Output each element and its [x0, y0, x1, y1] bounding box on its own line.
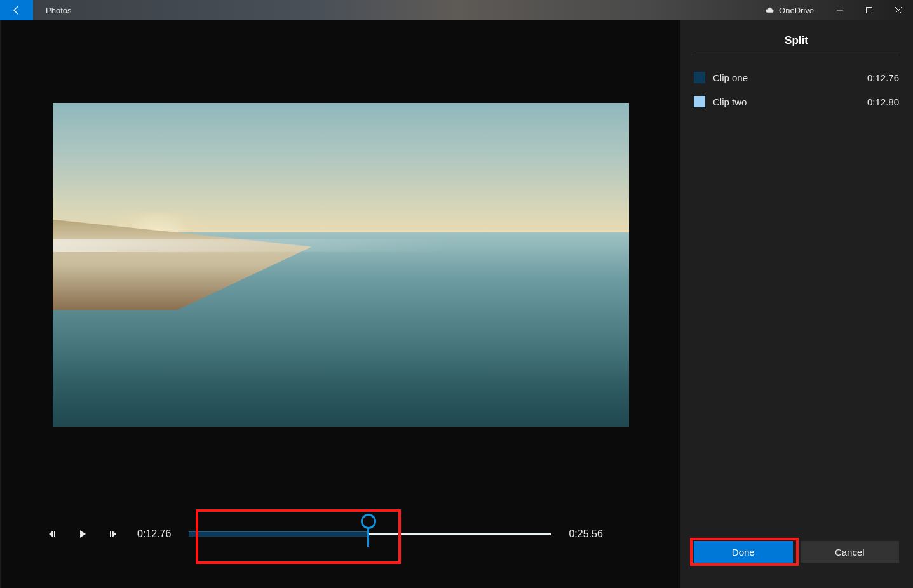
onedrive-indicator[interactable]: OneDrive [765, 6, 814, 15]
clip-one-swatch [694, 72, 705, 83]
arrow-left-icon [11, 5, 22, 15]
clip-one-segment [189, 531, 368, 537]
clip-two-segment [369, 533, 551, 535]
app-title: Photos [46, 6, 71, 15]
cancel-button[interactable]: Cancel [801, 541, 900, 563]
frame-back-icon [48, 530, 57, 538]
clip-one-name: Clip one [713, 72, 860, 83]
clip-one-duration: 0:12.76 [867, 72, 899, 83]
window-controls [825, 0, 913, 20]
preview-waterline [53, 239, 629, 251]
clip-row-two[interactable]: Clip two 0:12.80 [694, 90, 899, 114]
minimize-button[interactable] [825, 0, 855, 20]
split-panel: Split Clip one 0:12.76 Clip two 0:12.80 … [680, 20, 913, 588]
panel-title: Split [694, 20, 899, 55]
close-button[interactable] [884, 0, 913, 20]
frame-forward-button[interactable] [107, 528, 119, 540]
onedrive-label-text: OneDrive [779, 6, 814, 15]
maximize-icon [866, 7, 872, 13]
split-timeline[interactable] [189, 515, 551, 553]
back-button[interactable] [0, 0, 33, 20]
done-button[interactable]: Done [694, 541, 793, 563]
video-preview[interactable] [53, 103, 629, 427]
panel-footer: Done Cancel [694, 541, 899, 588]
frame-forward-icon [109, 530, 118, 538]
current-time-label: 0:12.76 [137, 528, 171, 540]
clip-two-name: Clip two [713, 97, 860, 107]
playhead-stem [367, 528, 369, 547]
video-editor-area: 0:12.76 0:25.56 [0, 20, 680, 588]
minimize-icon [837, 7, 843, 13]
clip-two-swatch [694, 96, 705, 107]
playhead-handle-icon [361, 514, 376, 529]
svg-rect-5 [110, 531, 111, 537]
cloud-icon [765, 7, 775, 13]
svg-rect-1 [867, 8, 872, 13]
play-icon [78, 530, 87, 538]
total-time-label: 0:25.56 [569, 528, 602, 540]
frame-back-button[interactable] [46, 528, 58, 540]
clip-row-one[interactable]: Clip one 0:12.76 [694, 65, 899, 90]
title-bar: Photos OneDrive [0, 0, 913, 20]
maximize-button[interactable] [855, 0, 884, 20]
clip-two-duration: 0:12.80 [867, 97, 899, 107]
split-playhead[interactable] [361, 514, 376, 547]
svg-rect-4 [54, 531, 55, 537]
panel-divider [694, 55, 899, 55]
close-icon [895, 7, 902, 13]
play-button[interactable] [76, 528, 89, 540]
player-controls: 0:12.76 0:25.56 [1, 515, 680, 553]
